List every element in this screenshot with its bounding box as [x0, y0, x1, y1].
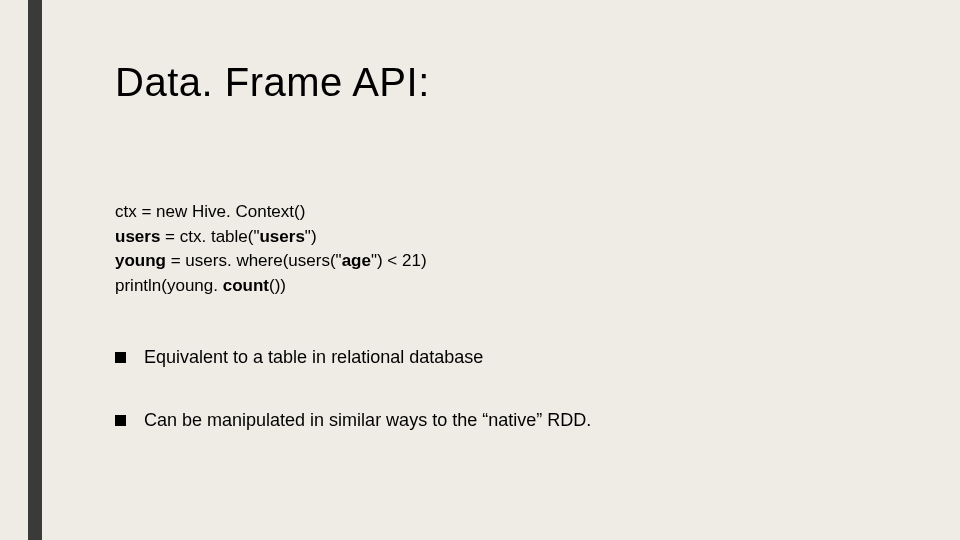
- code-bold: users: [115, 227, 160, 246]
- code-bold: users: [259, 227, 304, 246]
- code-text: "): [305, 227, 317, 246]
- code-bold: count: [223, 276, 269, 295]
- code-line-4: println(young. count()): [115, 274, 900, 299]
- bullet-text: Can be manipulated in similar ways to th…: [144, 410, 591, 431]
- code-text: = ctx. table(": [160, 227, 259, 246]
- code-bold: young: [115, 251, 166, 270]
- bullet-list: Equivalent to a table in relational data…: [115, 347, 900, 431]
- bullet-item: Can be manipulated in similar ways to th…: [115, 410, 900, 431]
- code-line-1: ctx = new Hive. Context(): [115, 200, 900, 225]
- code-text: ") < 21): [371, 251, 427, 270]
- bullet-item: Equivalent to a table in relational data…: [115, 347, 900, 368]
- code-text: = users. where(users(": [166, 251, 342, 270]
- code-text: println(young.: [115, 276, 223, 295]
- code-block: ctx = new Hive. Context() users = ctx. t…: [115, 200, 900, 299]
- code-line-2: users = ctx. table("users"): [115, 225, 900, 250]
- code-bold: age: [342, 251, 371, 270]
- slide-title: Data. Frame API:: [115, 60, 900, 105]
- square-bullet-icon: [115, 352, 126, 363]
- slide-content: Data. Frame API: ctx = new Hive. Context…: [115, 60, 900, 473]
- square-bullet-icon: [115, 415, 126, 426]
- code-line-3: young = users. where(users("age") < 21): [115, 249, 900, 274]
- bullet-text: Equivalent to a table in relational data…: [144, 347, 483, 368]
- accent-sidebar: [28, 0, 42, 540]
- code-text: ()): [269, 276, 286, 295]
